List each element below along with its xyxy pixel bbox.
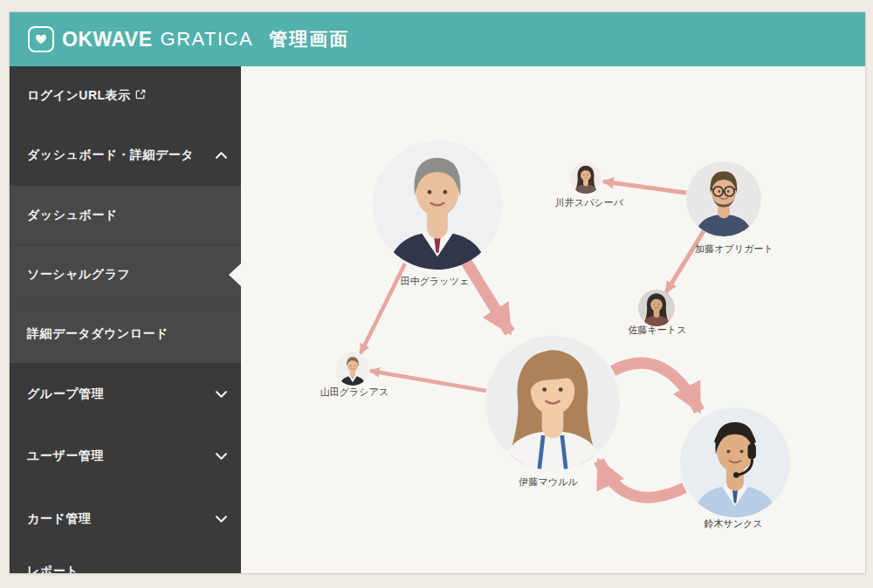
graph-node-label-tanaka: 田中グラッツェ [401,275,469,287]
sidebar: ログインURL表示 ダッシュボード・詳細データ ダッシュボード ソーシャルグラフ [10,66,241,573]
graph-node-label-sato: 佐藤キートス [629,324,687,336]
brand-gratica: GRATICA [161,28,254,51]
graph-node-label-suzuki: 鈴木サンクス [704,517,762,530]
chevron-down-icon [216,516,227,523]
sidebar-item-report[interactable]: レポート [10,550,241,573]
avatar-photo [373,140,502,270]
chevron-down-icon [216,453,227,460]
sidebar-item-label: ログインURL表示 [27,88,131,104]
graph-node-kato[interactable] [686,161,761,236]
graph-node-label-kato: 加藤オブリガート [695,243,773,255]
sidebar-item-label: 詳細データダウンロード [27,326,168,342]
admin-window: OKWAVE GRATICA 管理画面 ログインURL表示 ダッシュボード・詳細… [9,11,866,574]
sidebar-item-label: カード管理 [27,511,91,527]
avatar-photo [336,352,369,386]
avatar-photo [686,161,761,236]
edge-kato-kawai [603,181,686,193]
graph-node-yamada[interactable] [336,352,369,386]
sidebar-item-detail-data-download[interactable]: 詳細データダウンロード [10,304,241,363]
sidebar-item-dashboard[interactable]: ダッシュボード [10,186,241,244]
external-link-icon [135,89,146,99]
sidebar-item-label: ダッシュボード [27,208,117,223]
sidebar-item-label: レポート [27,564,79,573]
sidebar-item-label: ダッシュボード・詳細データ [27,147,194,163]
okwave-heart-logo-icon [28,26,54,52]
edge-kato-sato [666,231,704,292]
sidebar-item-label: ソーシャルグラフ [27,267,130,283]
social-graph-canvas: 田中グラッツェ川井スパシーバ加藤オブリガート佐藤キートス山田グラシアス伊藤マウル… [241,66,865,573]
sidebar-item-user-management[interactable]: ユーザー管理 [10,425,241,488]
avatar-photo [638,290,675,326]
sidebar-item-card-management[interactable]: カード管理 [10,488,241,550]
page-title: 管理画面 [269,27,349,51]
edge-tanaka-ito [466,262,510,332]
sidebar-item-label: ユーザー管理 [27,448,104,464]
sidebar-submenu: ダッシュボード ソーシャルグラフ 詳細データダウンロード [10,186,241,363]
chevron-up-icon [216,152,227,159]
chevron-down-icon [216,391,227,398]
graph-node-ito[interactable] [485,336,620,470]
edge-suzuki-ito [599,461,684,497]
graph-node-kawai[interactable] [570,162,601,194]
app-header: OKWAVE GRATICA 管理画面 [10,12,865,66]
brand-okwave: OKWAVE [62,28,153,51]
avatar-photo [680,407,790,517]
graph-node-label-kawai: 川井スパシーバ [555,196,623,209]
sidebar-item-dashboard-detail-data[interactable]: ダッシュボード・詳細データ [10,125,241,186]
graph-node-suzuki[interactable] [680,407,790,517]
graph-node-label-ito: 伊藤マウルル [519,475,577,488]
avatar-photo [570,162,601,194]
sidebar-item-login-url[interactable]: ログインURL表示 [10,66,241,125]
sidebar-item-social-graph[interactable]: ソーシャルグラフ [10,244,241,304]
active-item-notch [229,263,241,286]
avatar-photo [485,336,620,470]
edge-ito-suzuki [613,363,699,411]
page: { "header": { "brand": "OKWAVE", "produc… [0,0,873,588]
graph-node-tanaka[interactable] [373,140,502,270]
graph-node-label-yamada: 山田グラシアス [320,386,388,398]
sidebar-item-group-management[interactable]: グループ管理 [10,363,241,425]
edge-tanaka-yamada [361,263,405,353]
sidebar-item-label: グループ管理 [27,386,104,402]
graph-node-sato[interactable] [638,290,675,326]
